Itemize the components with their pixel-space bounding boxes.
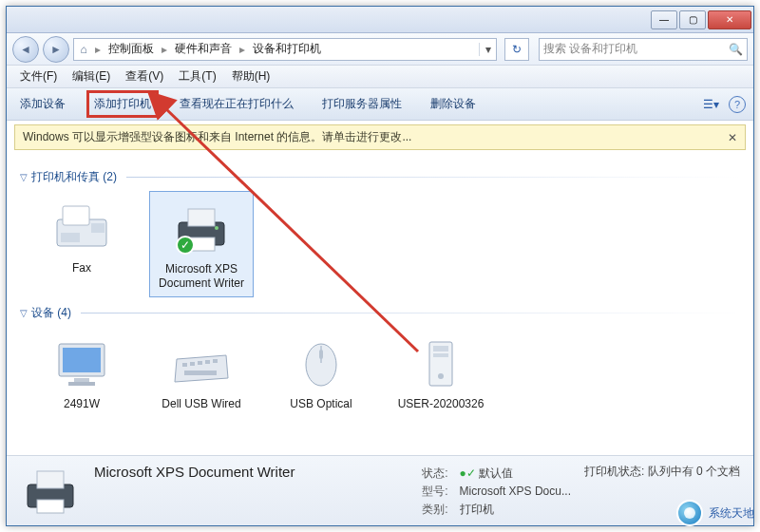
details-main: Microsoft XPS Document Writer xyxy=(94,464,408,480)
menu-help[interactable]: 帮助(H) xyxy=(226,66,276,86)
svg-rect-22 xyxy=(433,346,448,352)
nav-row: ◄ ► ⌂ ▸ 控制面板 ▸ 硬件和声音 ▸ 设备和打印机 ▾ ↻ 搜索 设备和… xyxy=(7,33,753,66)
device-item-xps[interactable]: ✓ Microsoft XPS Document Writer xyxy=(149,191,254,297)
item-label: USER-20200326 xyxy=(398,397,484,411)
collapse-icon: ▽ xyxy=(20,308,28,318)
watermark: 系统天地 xyxy=(676,500,754,526)
svg-rect-20 xyxy=(319,350,323,359)
tool-server-properties[interactable]: 打印服务器属性 xyxy=(316,92,408,116)
details-value: 默认值 xyxy=(479,466,513,480)
details-value: Microsoft XPS Docu... xyxy=(460,484,571,498)
watermark-icon xyxy=(676,500,703,526)
tool-remove-device[interactable]: 删除设备 xyxy=(425,92,482,116)
watermark-text: 系统天地 xyxy=(709,505,754,522)
help-button[interactable]: ? xyxy=(729,96,746,113)
divider xyxy=(81,313,740,314)
address-bar[interactable]: ⌂ ▸ 控制面板 ▸ 硬件和声音 ▸ 设备和打印机 ▾ xyxy=(73,38,497,61)
info-bar[interactable]: Windows 可以显示增强型设备图标和来自 Internet 的信息。请单击进… xyxy=(14,124,746,150)
item-label: 2491W xyxy=(64,397,100,411)
svg-rect-17 xyxy=(184,370,217,375)
item-label: USB Optical xyxy=(290,397,352,411)
minimize-button[interactable]: — xyxy=(651,10,677,29)
default-check-icon: ✓ xyxy=(176,236,195,255)
titlebar: — ▢ ✕ xyxy=(7,7,753,33)
device-item-fax[interactable]: Fax xyxy=(29,191,134,297)
group-title: 打印机和传真 (2) xyxy=(31,169,117,185)
monitor-icon xyxy=(48,332,115,393)
info-close-icon[interactable]: ✕ xyxy=(728,131,737,144)
divider xyxy=(126,177,740,178)
details-key: 型号: xyxy=(422,484,456,500)
info-text: Windows 可以显示增强型设备图标和来自 Internet 的信息。请单击进… xyxy=(23,129,411,145)
computer-icon xyxy=(408,332,474,393)
svg-rect-10 xyxy=(74,378,89,382)
svg-rect-12 xyxy=(182,363,187,367)
device-item-keyboard[interactable]: Dell USB Wired xyxy=(149,327,254,417)
item-label: Fax xyxy=(72,261,91,276)
svg-rect-5 xyxy=(188,209,215,226)
close-button[interactable]: ✕ xyxy=(708,10,751,29)
chevron-right-icon: ▸ xyxy=(93,43,103,56)
queue-value: 队列中有 0 个文档 xyxy=(648,465,740,478)
svg-rect-23 xyxy=(433,353,448,357)
breadcrumb-segment[interactable]: 硬件和声音 xyxy=(169,39,238,60)
svg-rect-27 xyxy=(37,500,64,513)
search-icon: 🔍 xyxy=(729,43,743,56)
svg-rect-9 xyxy=(63,348,101,372)
details-key: 状态: xyxy=(422,466,456,482)
menu-view[interactable]: 查看(V) xyxy=(120,66,169,86)
address-dropdown[interactable]: ▾ xyxy=(479,43,496,56)
device-item-monitor[interactable]: 2491W xyxy=(29,327,134,417)
breadcrumb-segment[interactable]: 控制面板 xyxy=(103,39,160,60)
group-header-printers[interactable]: ▽ 打印机和传真 (2) xyxy=(20,169,740,185)
breadcrumb-segment[interactable]: 设备和打印机 xyxy=(247,39,327,60)
group-title: 设备 (4) xyxy=(31,305,71,321)
svg-rect-13 xyxy=(190,362,195,366)
details-value: 打印机 xyxy=(460,503,494,516)
menu-bar: 文件(F) 编辑(E) 查看(V) 工具(T) 帮助(H) xyxy=(7,66,753,88)
forward-button[interactable]: ► xyxy=(43,36,69,63)
tool-add-device[interactable]: 添加设备 xyxy=(14,92,71,116)
device-item-mouse[interactable]: USB Optical xyxy=(269,327,373,417)
maximize-button[interactable]: ▢ xyxy=(679,10,706,29)
view-options-icon[interactable]: ☰▾ xyxy=(703,98,719,111)
home-icon: ⌂ xyxy=(74,43,93,56)
back-button[interactable]: ◄ xyxy=(12,36,39,63)
svg-point-24 xyxy=(438,373,444,379)
search-input[interactable]: 搜索 设备和打印机 🔍 xyxy=(539,38,748,61)
details-pane: Microsoft XPS Document Writer 状态: ●✓ 默认值… xyxy=(7,455,753,525)
mouse-icon xyxy=(288,332,354,393)
collapse-icon: ▽ xyxy=(20,172,28,182)
details-properties: 状态: ●✓ 默认值 型号: Microsoft XPS Docu... 类别:… xyxy=(422,464,571,518)
svg-rect-1 xyxy=(63,206,89,225)
details-name: Microsoft XPS Document Writer xyxy=(94,464,408,480)
tool-add-printer[interactable]: 添加打印机 xyxy=(88,92,157,116)
menu-edit[interactable]: 编辑(E) xyxy=(66,66,116,86)
menu-file[interactable]: 文件(F) xyxy=(14,66,63,86)
toolbar: 添加设备 添加打印机 查看现在正在打印什么 打印服务器属性 删除设备 ☰▾ ? xyxy=(7,88,753,121)
svg-rect-3 xyxy=(61,233,80,242)
device-item-tower[interactable]: USER-20200326 xyxy=(389,327,493,417)
printer-icon xyxy=(20,464,81,517)
svg-rect-26 xyxy=(37,471,64,488)
refresh-button[interactable]: ↻ xyxy=(504,38,529,61)
svg-rect-11 xyxy=(68,382,95,386)
check-icon: ●✓ xyxy=(460,466,476,480)
svg-rect-16 xyxy=(213,359,218,363)
svg-point-7 xyxy=(215,226,218,230)
svg-rect-14 xyxy=(198,361,202,365)
search-placeholder: 搜索 设备和打印机 xyxy=(543,41,637,57)
item-label: Dell USB Wired xyxy=(162,397,240,411)
group-header-devices[interactable]: ▽ 设备 (4) xyxy=(20,305,740,321)
details-key: 类别: xyxy=(422,502,456,518)
keyboard-icon xyxy=(168,332,235,393)
explorer-window: — ▢ ✕ ◄ ► ⌂ ▸ 控制面板 ▸ 硬件和声音 ▸ 设备和打印机 ▾ ↻ … xyxy=(6,6,754,526)
tool-see-printing[interactable]: 查看现在正在打印什么 xyxy=(174,92,299,116)
device-items: 2491W Dell USB Wired USB Optical USER-20… xyxy=(20,327,740,417)
printer-items: Fax ✓ Microsoft XPS Document Writer xyxy=(20,191,740,297)
chevron-right-icon: ▸ xyxy=(160,43,169,56)
fax-icon xyxy=(48,197,115,257)
printer-icon: ✓ xyxy=(168,198,235,258)
menu-tools[interactable]: 工具(T) xyxy=(173,66,221,86)
queue-label: 打印机状态: xyxy=(584,465,644,478)
